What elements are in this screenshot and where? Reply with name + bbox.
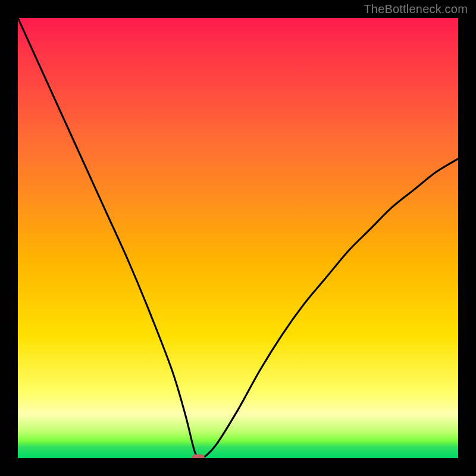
plot-area — [18, 18, 458, 458]
chart-frame: TheBottleneck.com — [0, 0, 476, 476]
watermark-text: TheBottleneck.com — [364, 2, 468, 16]
bottleneck-curve — [18, 18, 458, 458]
optimal-marker-icon — [192, 455, 205, 459]
